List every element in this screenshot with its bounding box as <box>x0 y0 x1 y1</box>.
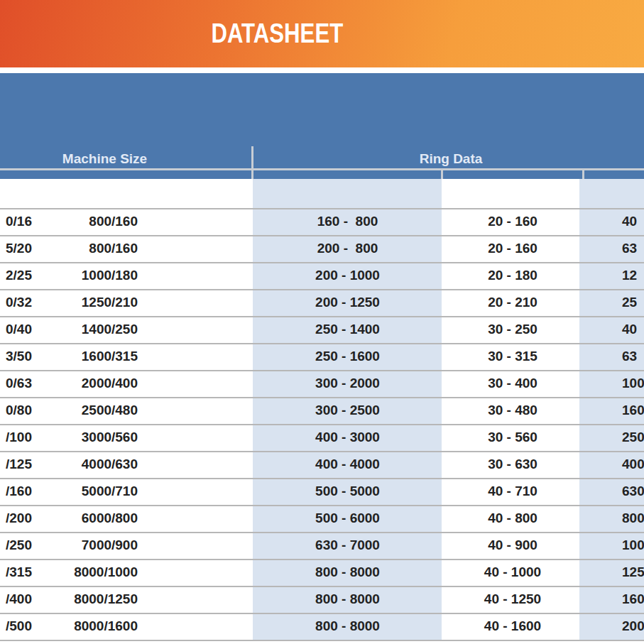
cell-height: 30 - 400 <box>442 376 584 391</box>
row-separator <box>0 208 644 209</box>
cell-raw: 6000/800 <box>14 511 138 526</box>
cell-raw: 5000/710 <box>14 484 138 499</box>
cell-weight: 63 <box>622 241 644 256</box>
row-separator <box>0 343 644 344</box>
table-row: 0/632000/400300 - 200030 - 400100 <box>0 370 644 397</box>
table-row: 0/321250/210200 - 125020 - 21025 <box>0 289 644 316</box>
cell-weight: 100 <box>622 537 644 553</box>
row-separator <box>0 532 644 533</box>
row-separator <box>0 586 644 587</box>
row-separator <box>0 370 644 371</box>
cell-weight: 25 <box>622 295 644 310</box>
cell-weight: 100 <box>622 376 644 391</box>
cell-height: 30 - 630 <box>442 457 584 472</box>
cell-weight: 800 <box>622 511 644 526</box>
datasheet-page: DATASHEET Machine Size Ring Data Type RA… <box>0 0 644 644</box>
page-title-text: DATASHEET <box>211 18 343 49</box>
cell-weight: 250 <box>622 430 644 445</box>
cell-height: 30 - 250 <box>442 322 584 337</box>
table-row: 5/20800/160200 - 80020 - 16063 <box>0 235 644 262</box>
cell-height: 20 - 160 <box>442 241 584 256</box>
row-separator <box>0 289 644 290</box>
cell-od-standard: 160 - 800 <box>253 214 442 229</box>
cell-od-standard: 300 - 2000 <box>253 376 442 391</box>
cell-raw: 1400/250 <box>14 322 138 337</box>
cell-od-standard: 200 - 800 <box>253 241 442 256</box>
header-machine-size: Machine Size <box>0 151 252 167</box>
cell-od-standard: 630 - 7000 <box>253 537 442 553</box>
cell-height: 20 - 210 <box>442 295 584 310</box>
table-row: /4008000/1250800 - 800040 - 1250160 <box>0 586 644 613</box>
cell-raw: 8000/1000 <box>14 564 138 580</box>
row-separator <box>0 478 644 479</box>
cell-height: 20 - 180 <box>442 268 584 283</box>
row-separator <box>0 640 644 641</box>
table-row: 2/251000/180200 - 100020 - 18012 <box>0 262 644 289</box>
cell-raw: 8000/1600 <box>14 618 138 634</box>
cell-weight: 160 <box>622 591 644 607</box>
cell-height: 40 - 1600 <box>442 618 584 634</box>
cell-od-standard: 400 - 3000 <box>253 430 442 445</box>
cell-height: 20 - 160 <box>442 214 584 229</box>
table-row: /2006000/800500 - 600040 - 800800 <box>0 505 644 532</box>
datasheet-banner: DATASHEET <box>0 0 644 67</box>
row-separator <box>0 397 644 398</box>
row-separator <box>0 424 644 425</box>
cell-raw: 800/160 <box>14 214 138 229</box>
cell-weight: 125 <box>622 564 644 580</box>
cell-raw: 3000/560 <box>14 430 138 445</box>
cell-weight: 40 <box>622 322 644 337</box>
row-separator <box>0 559 644 560</box>
row-separator <box>0 613 644 614</box>
cell-raw: 8000/1250 <box>14 591 138 607</box>
table-row: /2507000/900630 - 700040 - 900100 <box>0 532 644 559</box>
table-row: /1605000/710500 - 500040 - 710630 <box>0 478 644 505</box>
cell-od-standard: 200 - 1000 <box>253 268 442 283</box>
cell-raw: 4000/630 <box>14 457 138 472</box>
row-separator <box>0 505 644 506</box>
table-row: /3158000/1000800 - 800040 - 1000125 <box>0 559 644 586</box>
cell-height: 30 - 315 <box>442 349 584 364</box>
cell-raw: 2000/400 <box>14 376 138 391</box>
cell-raw: 1600/315 <box>14 349 138 364</box>
cell-od-standard: 800 - 8000 <box>253 618 442 634</box>
row-separator <box>0 451 644 452</box>
table-row: 0/401400/250250 - 140030 - 25040 <box>0 316 644 343</box>
row-separator <box>0 262 644 263</box>
cell-weight: 630 <box>622 484 644 499</box>
cell-height: 40 - 710 <box>442 484 584 499</box>
table-header: Machine Size Ring Data Type RAW OD stand… <box>0 73 644 179</box>
cell-od-standard: 500 - 5000 <box>253 484 442 499</box>
cell-weight: 12 <box>622 268 644 283</box>
cell-raw: 7000/900 <box>14 537 138 553</box>
cell-od-standard: 250 - 1400 <box>253 322 442 337</box>
cell-raw: 1250/210 <box>14 295 138 310</box>
table-row: 3/501600/315250 - 160030 - 31563 <box>0 343 644 370</box>
cell-height: 40 - 800 <box>442 511 584 526</box>
cell-height: 30 - 480 <box>442 403 584 418</box>
row-separator <box>0 316 644 317</box>
cell-od-standard: 500 - 6000 <box>253 511 442 526</box>
row-separator <box>0 235 644 236</box>
cell-od-standard: 400 - 4000 <box>253 457 442 472</box>
cell-weight: 40 <box>622 214 644 229</box>
cell-height: 40 - 1250 <box>442 591 584 607</box>
header-ring-data: Ring Data <box>253 151 644 167</box>
cell-height: 40 - 900 <box>442 537 584 553</box>
table-row: /1003000/560400 - 300030 - 560250 <box>0 424 644 451</box>
cell-weight: 400 <box>622 457 644 472</box>
cell-height: 40 - 1000 <box>442 564 584 580</box>
cell-height: 30 - 560 <box>442 430 584 445</box>
table-row: 0/802500/480300 - 250030 - 480160 <box>0 397 644 424</box>
cell-weight: 160 <box>622 403 644 418</box>
cell-od-standard: 800 - 8000 <box>253 564 442 580</box>
header-divider-horizontal <box>0 168 644 170</box>
cell-od-standard: 800 - 8000 <box>253 591 442 607</box>
page-title: DATASHEET <box>0 0 554 67</box>
cell-od-standard: 200 - 1250 <box>253 295 442 310</box>
cell-od-standard: 300 - 2500 <box>253 403 442 418</box>
cell-raw: 2500/480 <box>14 403 138 418</box>
table-body: 0/16800/160160 - 80020 - 160405/20800/16… <box>0 179 644 641</box>
table-row: /1254000/630400 - 400030 - 630400 <box>0 451 644 478</box>
cell-raw: 800/160 <box>14 241 138 256</box>
